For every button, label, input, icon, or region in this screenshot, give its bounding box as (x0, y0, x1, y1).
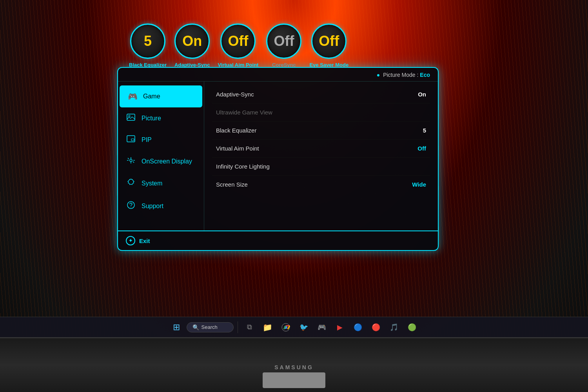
menu-row-infinity-core[interactable]: Infinity Core Lighting (212, 158, 430, 176)
quick-access-bar: 5 Black Equalizer On Adaptive-Sync Off V… (117, 24, 439, 68)
virtual-aim-point-row-value: Off (417, 145, 426, 152)
sidebar-item-support-label: Support (142, 203, 163, 210)
sidebar-item-support[interactable]: Support (118, 194, 204, 218)
menu-body: 🎮 Game Picture (118, 82, 438, 230)
menu-row-screen-size[interactable]: Screen Size Wide (212, 176, 430, 193)
svg-point-11 (127, 201, 134, 209)
sidebar-item-onscreen-label: OnScreen Display (142, 158, 192, 165)
taskbar-app-twitter[interactable]: 🐦 (296, 319, 312, 335)
taskbar: ⊞ 🔍 Search ⧉ 📁 🐦 🎮 ▶ 🔵 🔴 (0, 317, 588, 337)
taskbar-app-xbox[interactable]: 🟢 (404, 319, 420, 335)
music-icon: 🎵 (390, 323, 398, 332)
eye-saver-circle: Off (311, 24, 347, 59)
taskbar-app-photo[interactable]: 🔵 (350, 319, 366, 335)
screen-size-row-label: Screen Size (216, 181, 248, 188)
twitter-icon: 🐦 (299, 323, 308, 332)
svg-point-4 (130, 159, 132, 162)
svg-point-12 (131, 207, 131, 207)
windows-button[interactable]: ⊞ (169, 319, 184, 335)
content-area: Adaptive-Sync On Ultrawide Game View Bla… (204, 82, 438, 230)
quick-btn-coresync[interactable]: Off CoreSync (266, 24, 301, 68)
svg-point-1 (129, 115, 130, 117)
sidebar-item-pip-label: PIP (142, 136, 152, 143)
menu-footer: ✦ Exit (118, 230, 438, 250)
monitor-stand (263, 372, 325, 388)
sidebar-item-game-label: Game (143, 93, 160, 100)
sidebar-item-pip[interactable]: PIP (118, 129, 204, 151)
virtual-aim-point-row-label: Virtual Aim Point (216, 145, 259, 152)
picture-mode-bar: ● Picture Mode : Eco (118, 68, 438, 82)
taskbar-app-media[interactable]: ▶ (332, 319, 348, 335)
red-app-icon: 🔴 (372, 323, 380, 332)
taskbar-app-music[interactable]: 🎵 (386, 319, 402, 335)
taskbar-explorer[interactable]: 📁 (260, 319, 276, 335)
black-equalizer-row-label: Black Equalizer (216, 127, 256, 134)
taskbar-taskview[interactable]: ⧉ (242, 319, 258, 335)
monitor-bezel: SAMSUNG (0, 337, 588, 392)
exit-icon: ✦ (126, 236, 135, 245)
osd-container: 5 Black Equalizer On Adaptive-Sync Off V… (117, 24, 439, 251)
svg-rect-3 (131, 139, 134, 141)
adaptive-sync-row-value: On (418, 91, 426, 98)
xbox-icon: 🟢 (408, 323, 416, 332)
quick-btn-virtual-aim-point[interactable]: Off Virtual Aim Point (218, 24, 258, 68)
sidebar-item-onscreen-display[interactable]: OnScreen Display (118, 151, 204, 172)
coresync-circle: Off (266, 24, 301, 59)
svg-line-9 (128, 158, 129, 159)
adaptive-sync-row-label: Adaptive-Sync (216, 91, 254, 98)
ultrawide-row-label: Ultrawide Game View (216, 109, 272, 116)
quick-btn-adaptive-sync[interactable]: On Adaptive-Sync (174, 24, 210, 68)
picture-mode-label: Picture Mode : (383, 72, 418, 78)
adaptive-sync-circle: On (174, 24, 210, 59)
support-icon (126, 201, 136, 211)
taskbar-app-red[interactable]: 🔴 (368, 319, 384, 335)
game-taskbar-icon: 🎮 (318, 323, 326, 332)
explorer-icon: 📁 (263, 323, 272, 332)
search-icon: 🔍 (192, 324, 199, 330)
svg-line-10 (133, 162, 134, 163)
sidebar-item-system[interactable]: System (118, 172, 204, 194)
picture-mode-value: Eco (420, 72, 430, 78)
taskbar-search-bar[interactable]: 🔍 Search (187, 322, 234, 332)
exit-label[interactable]: Exit (139, 238, 150, 244)
chrome-icon (281, 323, 290, 332)
sidebar-item-picture-label: Picture (142, 115, 161, 122)
search-text: Search (201, 324, 218, 330)
black-equalizer-row-value: 5 (423, 127, 426, 134)
screen-size-row-value: Wide (412, 181, 426, 188)
virtual-aim-point-circle: Off (220, 24, 256, 59)
pip-icon (126, 135, 136, 144)
main-panel-wrapper: ● Picture Mode : Eco 🎮 Game (117, 67, 439, 251)
sidebar-item-game[interactable]: 🎮 Game (120, 85, 202, 107)
picture-mode-dot: ● (377, 72, 380, 78)
quick-btn-eye-saver[interactable]: Off Eye Saver Mode (309, 24, 348, 68)
sidebar-item-system-label: System (142, 180, 162, 187)
monitor-brand: SAMSUNG (274, 364, 314, 370)
game-icon: 🎮 (127, 92, 138, 101)
picture-icon (126, 114, 136, 123)
infinity-core-row-label: Infinity Core Lighting (216, 163, 270, 170)
photo-icon: 🔵 (354, 323, 362, 332)
main-panel: ● Picture Mode : Eco 🎮 Game (117, 67, 439, 251)
windows-icon: ⊞ (173, 322, 180, 332)
black-equalizer-circle: 5 (130, 24, 165, 59)
menu-row-virtual-aim-point[interactable]: Virtual Aim Point Off (212, 140, 430, 158)
onscreen-display-icon (126, 157, 136, 166)
menu-row-adaptive-sync[interactable]: Adaptive-Sync On (212, 85, 430, 103)
system-icon (126, 178, 136, 188)
sidebar-item-picture[interactable]: Picture (118, 107, 204, 129)
taskview-icon: ⧉ (247, 323, 252, 331)
taskbar-app-game[interactable]: 🎮 (314, 319, 330, 335)
taskbar-chrome[interactable] (278, 319, 294, 335)
svg-rect-0 (127, 114, 135, 120)
taskbar-divider-1 (238, 321, 238, 333)
sidebar: 🎮 Game Picture (118, 82, 204, 230)
menu-row-black-equalizer[interactable]: Black Equalizer 5 (212, 122, 430, 140)
quick-btn-black-equalizer[interactable]: 5 Black Equalizer (129, 24, 167, 68)
menu-row-ultrawide[interactable]: Ultrawide Game View (212, 103, 430, 122)
media-icon: ▶ (337, 323, 343, 332)
